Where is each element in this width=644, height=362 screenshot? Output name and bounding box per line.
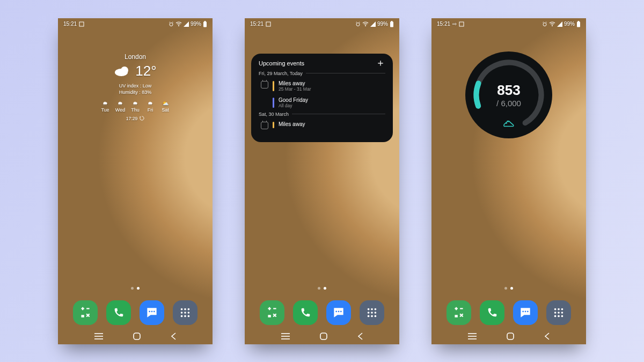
- svg-point-46: [552, 25, 553, 26]
- svg-point-57: [554, 312, 557, 314]
- alarm-icon: [355, 21, 361, 27]
- rain-icon: 🌧: [103, 100, 108, 106]
- weather-forecast: 🌧Tue 🌧Wed 🌧Thu 🌧Fri ⛅Sat: [58, 100, 213, 113]
- calculator-app-icon[interactable]: [260, 300, 284, 325]
- event-color-bar: [273, 81, 274, 91]
- svg-point-45: [543, 23, 546, 26]
- phone-app-icon[interactable]: [293, 300, 318, 325]
- steps-goal: / 6,000: [496, 99, 521, 108]
- svg-point-28: [335, 311, 337, 312]
- event-color-bar: [273, 98, 274, 108]
- svg-rect-22: [134, 333, 140, 339]
- svg-point-17: [184, 315, 186, 317]
- home-button[interactable]: [506, 332, 515, 341]
- shoe-icon: [503, 119, 515, 129]
- messages-app-icon[interactable]: [140, 300, 164, 325]
- phone-screenshot-weather: 15:21 99% London 12° UV index : Low Humi…: [58, 18, 213, 344]
- status-time: 15:21: [63, 21, 77, 27]
- messages-app-icon[interactable]: [326, 300, 351, 325]
- event-title: Miles away: [279, 80, 311, 86]
- messages-app-icon[interactable]: [513, 300, 538, 325]
- svg-point-59: [561, 312, 564, 314]
- home-button[interactable]: [133, 332, 141, 341]
- svg-point-53: [527, 311, 529, 312]
- navigation-bar: [58, 328, 213, 344]
- svg-rect-3: [203, 21, 207, 27]
- svg-point-51: [522, 311, 524, 312]
- page-indicator[interactable]: [245, 287, 399, 290]
- battery-icon: [576, 21, 581, 27]
- rain-icon: 🌧: [148, 100, 153, 106]
- svg-point-11: [184, 308, 186, 310]
- home-button[interactable]: [319, 332, 328, 341]
- svg-point-9: [153, 311, 155, 312]
- screenshot-icon: [459, 21, 464, 27]
- status-bar: 15:21 99%: [245, 18, 399, 30]
- svg-point-2: [178, 25, 179, 26]
- svg-point-14: [184, 312, 186, 314]
- apps-drawer-icon[interactable]: [173, 300, 197, 325]
- battery-percent: 99%: [564, 21, 575, 27]
- event-subtitle: 25 Mar - 31 Mar: [279, 86, 311, 92]
- status-icons: 99%: [169, 21, 207, 27]
- signal-icon: [557, 21, 562, 27]
- svg-point-16: [181, 315, 183, 317]
- back-button[interactable]: [357, 332, 363, 341]
- apps-drawer-icon[interactable]: [360, 300, 384, 325]
- svg-rect-43: [320, 333, 327, 339]
- page-indicator[interactable]: [58, 287, 213, 290]
- calculator-app-icon[interactable]: [447, 300, 471, 325]
- weather-humidity: Humidity : 83%: [58, 89, 213, 96]
- recents-button[interactable]: [94, 333, 104, 340]
- cloud-icon: [114, 65, 131, 77]
- apps-drawer-icon[interactable]: [546, 300, 571, 325]
- dock: [431, 300, 586, 325]
- svg-rect-23: [266, 22, 270, 26]
- svg-point-58: [558, 312, 560, 314]
- back-button[interactable]: [170, 332, 177, 341]
- svg-point-39: [375, 315, 377, 317]
- forecast-day: 🌧Wed: [114, 100, 127, 113]
- svg-rect-48: [578, 21, 580, 22]
- screenshot-icon: [79, 21, 84, 27]
- page-indicator[interactable]: [431, 287, 586, 290]
- signal-icon: [184, 21, 189, 27]
- svg-point-38: [371, 315, 373, 317]
- svg-point-13: [181, 312, 183, 314]
- svg-point-29: [338, 311, 340, 312]
- add-event-button[interactable]: ＋: [376, 61, 385, 65]
- wifi-icon: [175, 21, 182, 27]
- svg-point-8: [151, 311, 153, 312]
- svg-point-60: [554, 315, 557, 317]
- battery-icon: [390, 21, 394, 27]
- status-time: 15:21: [250, 21, 264, 27]
- phone-app-icon[interactable]: [480, 300, 504, 325]
- calculator-app-icon[interactable]: [73, 300, 98, 325]
- steps-widget[interactable]: 853 / 6,000: [465, 51, 552, 138]
- event-subtitle: All day: [279, 103, 308, 108]
- recents-button[interactable]: [467, 333, 477, 340]
- svg-point-31: [368, 308, 370, 310]
- battery-percent: 99%: [377, 21, 388, 27]
- phone-app-icon[interactable]: [106, 300, 131, 325]
- forecast-day: 🌧Thu: [129, 100, 142, 113]
- svg-point-36: [375, 312, 377, 314]
- svg-point-34: [368, 312, 370, 314]
- back-button[interactable]: [544, 332, 550, 341]
- calendar-event[interactable]: Good Friday All day: [259, 95, 385, 112]
- svg-point-32: [371, 308, 373, 310]
- recents-button[interactable]: [281, 333, 290, 340]
- svg-point-30: [340, 311, 342, 312]
- calendar-date-header: Sat, 30 March: [259, 112, 385, 117]
- alarm-icon: [169, 21, 174, 27]
- forecast-day: 🌧Fri: [144, 100, 157, 113]
- svg-rect-0: [79, 22, 84, 26]
- signal-icon: [370, 21, 376, 27]
- calendar-title: Upcoming events: [259, 60, 304, 67]
- calendar-event[interactable]: Miles away 25 Mar - 31 Mar: [259, 78, 385, 95]
- weather-widget[interactable]: London 12° UV index : Low Humidity : 83%…: [58, 53, 213, 121]
- event-title: Good Friday: [279, 97, 308, 103]
- calendar-widget[interactable]: Upcoming events ＋ Fri, 29 March, Today M…: [251, 54, 393, 142]
- calendar-event[interactable]: Miles away: [259, 119, 385, 132]
- forecast-day: 🌧Tue: [99, 100, 112, 113]
